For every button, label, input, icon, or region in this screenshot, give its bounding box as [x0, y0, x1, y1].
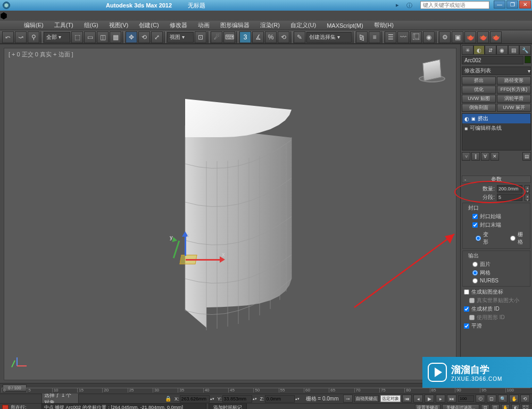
select-manipulate-button[interactable]: ☄: [211, 31, 222, 43]
menu-tools[interactable]: 工具(T): [49, 20, 79, 30]
tab-create[interactable]: ✳: [462, 45, 473, 55]
layer-button[interactable]: ☰: [385, 31, 396, 43]
stack-item-editable-spline[interactable]: ■ 可编辑样条线: [462, 123, 530, 133]
viewcube[interactable]: [419, 59, 445, 86]
window-crossing-button[interactable]: ▦: [110, 31, 121, 43]
time-ruler[interactable]: 0510152025303540455055606570758085909510…: [2, 388, 530, 393]
mod-btn-turbosmooth[interactable]: 涡轮平滑: [497, 95, 531, 103]
mod-btn-optimize[interactable]: 优化: [462, 86, 496, 94]
selection-set-display[interactable]: 选定对象: [380, 395, 401, 402]
arrow-icon[interactable]: ▸: [396, 2, 403, 9]
patch-radio[interactable]: [472, 262, 478, 267]
play-button[interactable]: ▶: [425, 395, 434, 403]
spinner-snap-button[interactable]: ⟲: [278, 31, 289, 43]
menu-help[interactable]: 帮助(H): [369, 20, 399, 30]
material-editor-button[interactable]: ◉: [423, 31, 435, 43]
viewport[interactable]: [ + 0 正交 0 真实 + 边面 ]: [4, 48, 456, 380]
render-frame-button[interactable]: ▣: [452, 31, 463, 43]
nurbs-radio[interactable]: [472, 278, 478, 283]
zoom-button[interactable]: 🔍: [498, 395, 508, 403]
transform-gizmo[interactable]: z y x: [171, 235, 224, 288]
x-coord-input[interactable]: [180, 395, 210, 403]
snap-toggle-button[interactable]: 3: [239, 31, 251, 43]
extruded-arc-object[interactable]: [180, 99, 297, 330]
menu-rendering[interactable]: 渲染(R): [255, 20, 285, 30]
mesh-radio[interactable]: [472, 270, 478, 276]
mod-btn-uvwmap[interactable]: UVW 贴图: [462, 95, 496, 103]
key-filter-button[interactable]: 关键点过滤器...: [442, 404, 479, 409]
mirror-button[interactable]: ⧎: [356, 31, 368, 43]
menu-create[interactable]: 创建(C): [134, 20, 164, 30]
z-coord-input[interactable]: [265, 395, 295, 403]
menu-animation[interactable]: 动画: [193, 20, 215, 30]
nav-pan-button[interactable]: ✋: [501, 404, 510, 409]
time-config-button[interactable]: ⏲: [476, 395, 485, 403]
schematic-button[interactable]: ⿺: [410, 31, 422, 43]
nav-zoom-button[interactable]: ⊡: [481, 404, 489, 409]
coord-sys-dropdown[interactable]: 视图 ▾: [167, 32, 194, 43]
remove-modifier-button[interactable]: ✕: [491, 152, 499, 161]
expand-icon[interactable]: ▣: [471, 116, 476, 121]
search-input[interactable]: [420, 1, 489, 9]
align-button[interactable]: ≡: [369, 31, 380, 43]
tab-motion[interactable]: ◉: [496, 45, 508, 55]
script-record-icon[interactable]: [2, 405, 9, 409]
amount-spinner[interactable]: ▴▾: [525, 185, 530, 193]
render-last-button[interactable]: 🫖: [490, 31, 502, 43]
render-setup-button[interactable]: ⚙: [439, 31, 451, 43]
tab-display[interactable]: ▤: [508, 45, 520, 55]
minimize-button[interactable]: —: [494, 1, 505, 9]
y-coord-input[interactable]: [222, 395, 252, 403]
tab-utilities[interactable]: 🔧: [519, 45, 531, 55]
pin-stack-button[interactable]: ⟇: [462, 152, 470, 161]
params-rollout-header[interactable]: -参数: [462, 176, 531, 183]
tab-hierarchy[interactable]: ⇵: [485, 45, 496, 55]
named-sel-button[interactable]: ✎: [294, 31, 305, 43]
keyboard-shortcut-button[interactable]: ⌨: [223, 31, 235, 43]
make-unique-button[interactable]: ∀: [481, 152, 489, 161]
select-button[interactable]: ⬚: [71, 31, 83, 43]
segments-input[interactable]: [497, 194, 522, 201]
add-time-tag-button[interactable]: 添加时间标记: [209, 403, 247, 409]
orbit-button[interactable]: ⟲: [520, 395, 530, 403]
show-end-result-button[interactable]: ∥: [471, 152, 480, 161]
redo-button[interactable]: ⤻: [15, 31, 27, 43]
pivot-button[interactable]: ⊡: [195, 31, 206, 43]
cap-start-checkbox[interactable]: [472, 214, 478, 219]
goto-start-button[interactable]: ⏮: [402, 395, 412, 403]
pan-button[interactable]: ✋: [509, 395, 519, 403]
close-button[interactable]: ✕: [519, 1, 531, 9]
link-button[interactable]: ⚲: [28, 31, 39, 43]
info-icon[interactable]: ⓘ: [406, 2, 414, 9]
current-frame-input[interactable]: [458, 395, 474, 402]
rotate-button[interactable]: ⟲: [138, 31, 150, 43]
mod-btn-unwrap[interactable]: UVW 展开: [497, 104, 531, 112]
select-region-button[interactable]: ◫: [97, 31, 109, 43]
modifier-stack[interactable]: ◐ ▣ 挤出 ■ 可编辑样条线: [462, 113, 531, 151]
curve-editor-button[interactable]: 〰: [397, 31, 409, 43]
menu-views[interactable]: 视图(V): [104, 20, 134, 30]
morph-radio[interactable]: [476, 236, 481, 241]
lock-icon[interactable]: 🔒: [165, 396, 171, 402]
mod-btn-ffd[interactable]: FFD(长方体): [497, 86, 531, 94]
move-button[interactable]: ✥: [126, 31, 137, 43]
object-color-swatch[interactable]: [525, 56, 531, 63]
mod-btn-bevelprofile[interactable]: 倒角剖面: [462, 104, 496, 112]
modifier-list-dropdown[interactable]: 修改器列表▾: [462, 66, 531, 75]
tab-modify[interactable]: ◐: [473, 45, 485, 55]
quick-render-button[interactable]: 🫖: [477, 31, 489, 43]
undo-button[interactable]: ⤺: [2, 31, 14, 43]
stack-item-extrude[interactable]: ◐ ▣ 挤出: [462, 114, 530, 123]
viewport-label[interactable]: [ + 0 正交 0 真实 + 边面 ]: [9, 51, 73, 59]
set-key-button[interactable]: 设置关键点: [415, 404, 440, 409]
mod-btn-pathdeform[interactable]: 路径变形: [497, 77, 531, 85]
angle-snap-button[interactable]: ∡: [252, 31, 264, 43]
menu-graph-editors[interactable]: 图形编辑器: [215, 20, 255, 30]
goto-end-button[interactable]: ⏭: [447, 395, 456, 403]
grid-radio[interactable]: [510, 236, 516, 241]
cap-end-checkbox[interactable]: [472, 222, 478, 228]
app-logo[interactable]: ⬢: [0, 11, 7, 20]
segments-spinner[interactable]: ▴▾: [525, 194, 530, 201]
key-mode-button[interactable]: ⊸: [343, 395, 353, 403]
nav-fov-button[interactable]: ◫: [491, 404, 500, 409]
